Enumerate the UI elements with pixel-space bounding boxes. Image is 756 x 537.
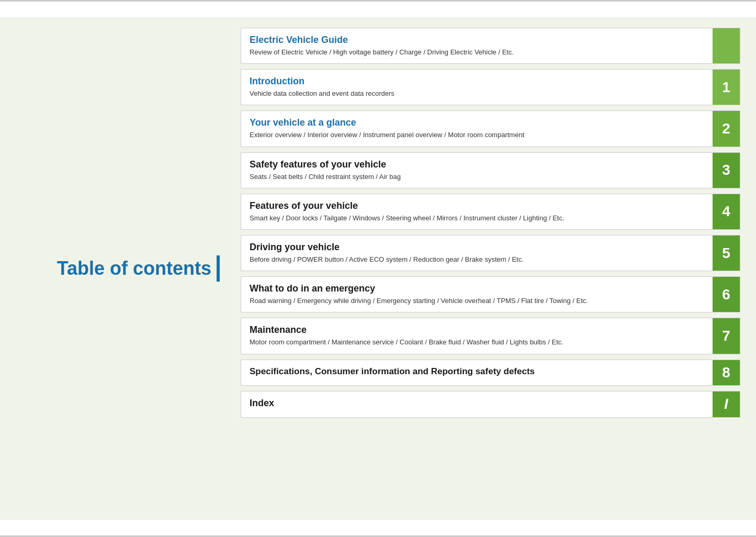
toc-item-maintenance[interactable]: Maintenance Motor room compartment / Mai… — [241, 318, 740, 354]
toc-item-driving-content: Driving your vehicle Before driving / PO… — [241, 236, 713, 271]
toc-item-maintenance-content: Maintenance Motor room compartment / Mai… — [241, 318, 713, 353]
toc-item-ev-guide[interactable]: Electric Vehicle Guide Review of Electri… — [241, 28, 740, 64]
toc-item-emergency-content: What to do in an emergency Road warning … — [241, 277, 713, 312]
toc-item-driving-number: 5 — [713, 236, 740, 271]
toc-item-driving[interactable]: Driving your vehicle Before driving / PO… — [241, 235, 740, 271]
toc-item-features-number: 4 — [713, 194, 740, 229]
toc-item-emergency[interactable]: What to do in an emergency Road warning … — [241, 276, 740, 312]
toc-item-features-content: Features of your vehicle Smart key / Doo… — [241, 194, 713, 229]
toc-item-index-number: I — [713, 391, 740, 417]
toc-item-introduction-title: Introduction — [250, 76, 704, 87]
left-panel: Table of contents — [0, 17, 230, 520]
toc-item-features-title: Features of your vehicle — [250, 200, 704, 211]
toc-item-index-content: Index — [241, 391, 713, 417]
toc-item-introduction-subtitle: Vehicle data collection and event data r… — [250, 89, 704, 98]
toc-item-maintenance-title: Maintenance — [250, 325, 704, 335]
toc-item-maintenance-subtitle: Motor room compartment / Maintenance ser… — [250, 338, 704, 347]
toc-title-bar — [217, 255, 220, 282]
toc-title: Table of contents — [57, 255, 220, 282]
toc-item-specifications-number: 8 — [713, 360, 740, 385]
toc-item-specifications-content: Specifications, Consumer information and… — [241, 360, 713, 385]
toc-item-introduction-number: 1 — [713, 70, 740, 105]
toc-item-safety-content: Safety features of your vehicle Seats / … — [241, 153, 713, 188]
toc-item-safety[interactable]: Safety features of your vehicle Seats / … — [241, 152, 740, 188]
toc-item-ev-content: Electric Vehicle Guide Review of Electri… — [241, 28, 713, 63]
toc-item-introduction[interactable]: Introduction Vehicle data collection and… — [241, 69, 740, 105]
toc-item-index-title: Index — [250, 398, 704, 409]
toc-item-vehicle-at-glance[interactable]: Your vehicle at a glance Exterior overvi… — [241, 110, 740, 147]
toc-item-vehicle-at-glance-content: Your vehicle at a glance Exterior overvi… — [241, 111, 713, 146]
toc-item-ev-number — [713, 28, 740, 63]
toc-item-index[interactable]: Index I — [241, 391, 740, 418]
toc-item-vehicle-at-glance-number: 2 — [713, 111, 740, 146]
toc-item-specifications[interactable]: Specifications, Consumer information and… — [241, 360, 740, 386]
toc-item-driving-subtitle: Before driving / POWER button / Active E… — [250, 255, 704, 264]
toc-item-features-subtitle: Smart key / Door locks / Tailgate / Wind… — [250, 214, 704, 223]
toc-item-specifications-title: Specifications, Consumer information and… — [250, 366, 704, 377]
toc-item-safety-title: Safety features of your vehicle — [250, 159, 704, 170]
toc-item-safety-subtitle: Seats / Seat belts / Child restraint sys… — [250, 172, 704, 182]
toc-item-safety-number: 3 — [713, 153, 740, 188]
toc-item-introduction-content: Introduction Vehicle data collection and… — [241, 70, 713, 105]
right-panel: Electric Vehicle Guide Review of Electri… — [230, 17, 756, 520]
toc-title-text: Table of contents — [57, 258, 211, 279]
toc-item-emergency-number: 6 — [713, 277, 740, 312]
toc-item-ev-subtitle: Review of Electric Vehicle / High voltag… — [250, 48, 704, 57]
toc-item-emergency-subtitle: Road warning / Emergency while driving /… — [250, 296, 704, 306]
toc-item-emergency-title: What to do in an emergency — [250, 283, 704, 294]
toc-item-features[interactable]: Features of your vehicle Smart key / Doo… — [241, 194, 740, 230]
toc-item-vehicle-at-glance-subtitle: Exterior overview / Interior overview / … — [250, 130, 704, 140]
toc-item-ev-title: Electric Vehicle Guide — [250, 35, 704, 46]
toc-item-maintenance-number: 7 — [713, 318, 740, 353]
toc-item-driving-title: Driving your vehicle — [250, 242, 704, 253]
toc-item-vehicle-at-glance-title: Your vehicle at a glance — [250, 117, 704, 128]
